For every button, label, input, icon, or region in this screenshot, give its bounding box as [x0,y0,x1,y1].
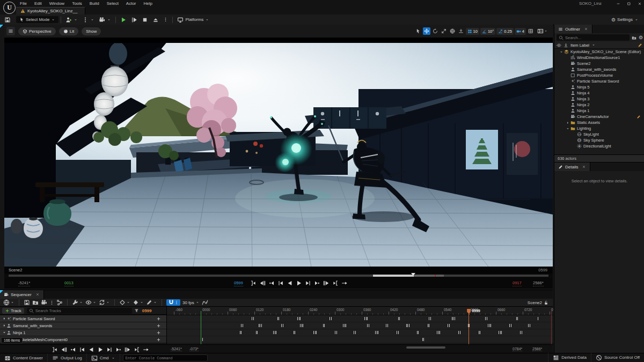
keyframe-tick[interactable] [364,317,365,320]
play-to-end-button[interactable] [341,280,348,286]
keyframe-tick[interactable] [294,331,294,334]
close-tab-icon[interactable] [35,292,40,297]
sequencer-import-button[interactable] [32,299,39,306]
keyframe-tick[interactable] [429,317,429,320]
frame-forward-button[interactable] [106,346,113,353]
sequencer-track-ninja-1[interactable]: Ninja 1 [0,329,166,336]
content-drawer-button[interactable]: Content Drawer [0,353,48,362]
keyframe-tick[interactable] [323,324,324,327]
play-button[interactable] [118,16,129,24]
keyframe-tick[interactable] [520,331,521,334]
scale-tool-button[interactable] [440,27,448,35]
keyframe-tick[interactable] [501,331,502,334]
keyframe-tick[interactable] [253,317,254,320]
add-section-button[interactable] [156,316,161,321]
keyframe-tick[interactable] [397,331,397,334]
to-end-button[interactable] [134,346,140,353]
range-start-value[interactable]: -5241* [18,280,30,286]
console-command-input[interactable] [126,356,205,360]
keyframe-tick[interactable] [299,317,299,320]
keyframe-tick[interactable] [259,324,259,327]
keyframe-tick[interactable] [448,324,448,327]
lit-dropdown[interactable]: Lit [59,27,78,35]
level-viewport[interactable]: Perspective Lit Show 10 [4,25,553,289]
keyframe-tick[interactable] [303,324,303,327]
step-back-keys-button[interactable] [259,280,266,286]
eject-button[interactable] [150,16,161,24]
keyframe-tick[interactable] [279,317,279,320]
play-button[interactable] [296,280,302,286]
keyframe-tick[interactable] [485,317,486,320]
to-end-button[interactable] [332,280,339,286]
viewport-scene[interactable] [4,38,553,267]
stop-button[interactable] [140,16,150,24]
keyframe-tick[interactable] [378,331,378,334]
caretright-icon[interactable] [2,316,6,321]
outliner-item-ninja-1[interactable]: Ninja 1 [554,108,644,114]
create-folder-icon[interactable] [632,35,636,40]
keyframe-tick[interactable] [330,317,330,320]
keyframe-tick[interactable] [367,317,368,320]
sequencer-save-button[interactable] [24,299,30,306]
play-to-end-button[interactable] [143,346,149,353]
frame-back-button[interactable] [79,346,85,353]
menu-item-actor[interactable]: Actor [122,0,140,7]
prev-key-button[interactable] [70,346,76,353]
seq-range-end[interactable]: 2586* [532,347,542,351]
keyframe-tick[interactable] [406,324,407,327]
keyframe-tick[interactable] [511,324,511,327]
perspective-dropdown[interactable]: Perspective [18,27,56,35]
keyframe-tick[interactable] [366,317,367,320]
outliner-settings-icon[interactable]: ⚙ [639,35,643,40]
keyframe-tick[interactable] [480,331,480,334]
filter-icon[interactable] [134,308,139,313]
keyframe-tick[interactable] [429,324,429,327]
timeline-row[interactable] [167,336,553,343]
keyframe-tick[interactable] [387,324,388,327]
item-label-column[interactable]: Item Label [570,43,589,48]
keyframe-tick[interactable] [423,338,424,341]
keyframe-tick[interactable] [241,331,241,334]
keyframe-tick[interactable] [530,324,530,327]
level-tab[interactable]: KyotoAlley_SOKO_Linz__ [16,7,85,14]
keyframe-tick[interactable] [295,331,295,334]
settings-dropdown[interactable]: ⚙ Settings [609,16,641,24]
save-button[interactable] [2,16,13,24]
keyframe-tick[interactable] [398,331,399,334]
keyframe-tick[interactable] [386,324,386,327]
sequencer-track-particle-samurai-sword[interactable]: Particle Samurai Sword [0,315,166,322]
step-forward-keys-button[interactable] [323,280,330,286]
seq-view-start[interactable]: -073* [189,347,199,351]
keyframe-tick[interactable] [300,317,301,320]
search-tracks-box[interactable] [27,308,132,314]
scrubber-playhead[interactable] [411,273,415,276]
keyframe-tick[interactable] [517,317,518,320]
keyframe-tick[interactable] [276,331,276,334]
in-frame-value[interactable]: 0013 [64,280,74,286]
viewport-options-button[interactable] [6,27,15,35]
snap-toggle-button[interactable] [166,299,180,306]
keyframe-tick[interactable] [313,331,314,334]
console-command-box[interactable] [123,354,208,361]
timeline-key-area[interactable] [167,315,553,344]
fps-dropdown[interactable]: 30 fps [182,300,200,305]
frame-forward-button[interactable] [305,280,311,286]
keyframe-tick[interactable] [430,317,431,320]
seq-view-end[interactable]: 0784* [513,347,522,351]
keyframe-tick[interactable] [277,317,278,320]
keyframe-tick[interactable] [336,331,337,334]
keyframe-tick[interactable] [528,324,529,327]
timeline-row[interactable] [167,329,553,336]
details-tab[interactable]: Details [554,162,590,171]
keyframe-tick[interactable] [488,324,488,327]
outliner-search-box[interactable] [557,34,630,41]
sequencer-actor-graph-button[interactable] [56,299,63,306]
keyframe-tick[interactable] [375,331,376,334]
outliner-item-ninja-4[interactable]: Ninja 4 [554,90,644,96]
keyframe-tick[interactable] [331,317,332,320]
collapse-icon[interactable] [566,127,570,131]
keyframe-tick[interactable] [409,324,409,327]
output-log-button[interactable]: Output Log [48,353,87,362]
timeline-scrollbar[interactable] [406,346,445,349]
skip-button[interactable] [129,16,140,24]
